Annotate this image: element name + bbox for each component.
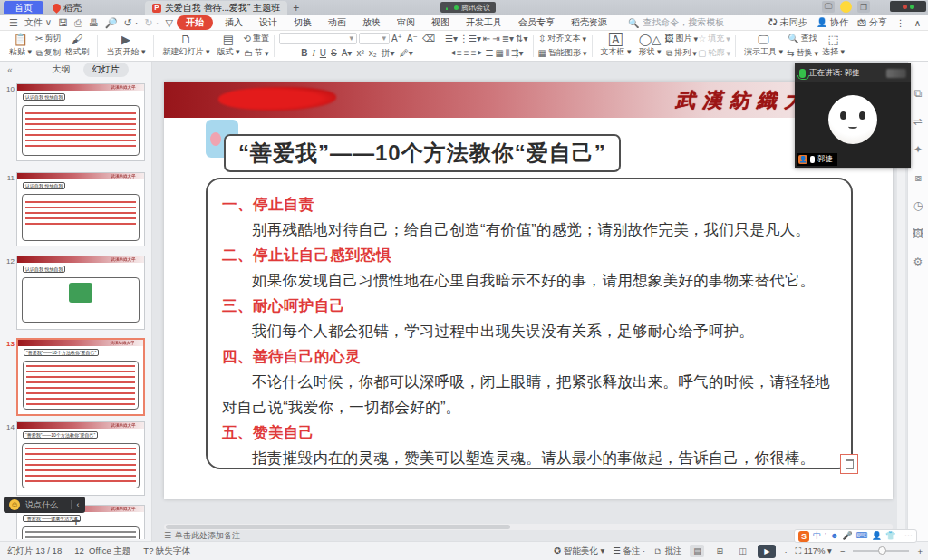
slide-thumbnail[interactable]: 武漢紡織大學 认识自我 悦纳自我 [16,172,145,246]
shapes-button[interactable]: ◯△形状 ▾ [635,33,665,60]
italic-button[interactable]: I [312,48,314,58]
meeting-status-pill[interactable]: 腾讯会议 [440,2,496,13]
font-size-select[interactable]: ▾ [359,33,390,44]
font-color-button[interactable]: A▾ [342,48,353,58]
theme-name[interactable]: 12_Office 主题 [74,546,130,557]
adjust-panel-icon[interactable]: ⇌ [914,115,923,128]
ime-skin-icon[interactable]: 👕 [885,530,895,542]
play-from-current-button[interactable]: ▶当页开始 ▾ [102,33,149,60]
menu-transition[interactable]: 切换 [285,16,320,29]
missing-font-warning[interactable]: T? 缺失字体 [143,546,190,557]
redo-icon[interactable]: ↻ · [144,17,159,29]
slide-thumbnail[interactable]: 武漢紡織大學 认识自我 悦纳自我 [16,83,145,161]
image-edit-panel-icon[interactable]: 🖼 [913,227,923,240]
file-menu[interactable]: 文件 ∨ [24,16,52,29]
ime-more-icon[interactable]: ⋯ [904,530,913,542]
slide-thumbnail-selected[interactable]: 武漢紡織大學 “善爱我”——10个方法教你“爱自己” [16,338,145,416]
find-button[interactable]: 🔍 查找 [788,33,817,44]
superscript-button[interactable]: x² [356,48,363,58]
menu-view[interactable]: 视图 [423,16,458,29]
settings-panel-icon[interactable]: ⚙ [914,256,923,268]
zoom-slider[interactable] [853,550,909,552]
normal-view-button[interactable]: ▤ [690,545,704,557]
slide-thumbnail[interactable]: 武漢紡織大學 “善爱我”——10个方法教你“爱自己” [16,421,145,496]
line-spacing-button[interactable]: ≣▾ [502,34,514,43]
format-painter-button[interactable]: 🖌格式刷 [61,33,92,60]
window-mode-icon[interactable]: ❐ [857,1,870,13]
account-avatar[interactable] [840,1,852,13]
preview-icon[interactable]: 🔎 [105,17,118,29]
sogou-logo-icon[interactable]: S [798,531,809,542]
menu-design[interactable]: 设计 [251,16,285,29]
cut-button[interactable]: ✂ 剪切 [35,33,61,44]
comments-button[interactable]: 🗅 批注 [653,546,682,557]
reset-button[interactable]: ⟲ 重置 [244,33,269,44]
ime-punct-icon[interactable]: ’ [825,530,826,542]
notes-bar[interactable]: ☰单击此处添加备注 [164,530,893,541]
sync-status[interactable]: 🗘 未同步 [768,16,807,29]
menu-devtools[interactable]: 开发工具 [458,16,510,29]
export-icon[interactable]: ⎙ [74,17,82,29]
meeting-chat-pill[interactable]: ☺ 说点什么... ‹ [4,497,85,513]
zoom-out-button[interactable]: − [840,546,846,556]
ime-account-icon[interactable]: 👤 [872,530,882,542]
select-button[interactable]: ⬚选择 ▾ [818,33,848,60]
tab-document[interactable]: P关爱自我 善待...爱我” 主题班 [145,1,287,15]
play-options-icon[interactable]: · [784,546,787,556]
align-left-button[interactable]: ⯇≡ [450,48,462,59]
copy-page-panel-icon[interactable]: ⧇ [914,171,922,184]
distribute-button[interactable]: ▦ [495,48,503,58]
slide-layout-button[interactable]: ▤版式 ▾ [213,33,243,60]
zoom-slider-knob[interactable] [878,546,886,555]
text-direction-button[interactable]: ⇶▾ [511,48,523,58]
horizontal-scrollbar[interactable] [164,524,893,530]
collab-button[interactable]: 👤 协作 [817,16,848,29]
section-button[interactable]: 🗀 节 ▾ [244,47,269,59]
add-slide-button[interactable]: + [0,512,152,530]
tab-docer[interactable]: 稻壳 [44,1,91,14]
menu-insert[interactable]: 插入 [217,16,251,29]
new-tab-button[interactable]: + [293,2,299,14]
tab-slides[interactable]: 幻灯片 [83,63,129,77]
replace-button[interactable]: ⇆ 替换 ▾ [787,47,818,59]
command-search[interactable]: 🔍查找命令，搜索模板 [628,16,724,29]
share-button[interactable]: 🖄 分享 [857,16,887,29]
hscroll-thumb[interactable] [166,525,510,529]
emoji-icon[interactable]: ☺ [9,499,20,510]
align-center-button[interactable]: ≡ [464,48,469,58]
number-list-button[interactable]: ⋮☰▾ [459,34,481,43]
ime-keyboard-icon[interactable]: ⌨ [856,530,868,542]
collapse-panel-button[interactable]: « [0,65,20,75]
align-text-button[interactable]: ⇳ 对齐文本 ▾ [538,33,586,44]
picture-button[interactable]: 🖼 图片 ▾ [665,33,699,44]
align-right-button[interactable]: ≡⯈ [471,48,484,59]
ime-toolbar[interactable]: S 中 ’ ☻ 🎤 ⌨ 👤 👕 ⋯ [794,529,917,543]
columns-button[interactable]: ⫴ [506,48,509,59]
slide-title[interactable]: “善爱我”——10个方法教你“爱自己” [224,134,621,172]
ime-voice-icon[interactable]: 🎤 [842,530,852,542]
slideshow-play-button[interactable]: ▶ [758,545,776,558]
style-panel-icon[interactable]: ⧉ [914,87,923,100]
menu-review[interactable]: 审阅 [389,16,423,29]
justify-button[interactable]: ☰ [485,48,493,58]
meeting-header-buttons[interactable] [886,69,906,78]
decrease-indent-button[interactable]: ⇤ [483,34,490,43]
beautify-button[interactable]: ✪ 智能美化 ▾ [554,546,604,557]
collapse-chat-icon[interactable]: ‹ [77,500,80,509]
menu-member[interactable]: 会员专享 [510,16,563,29]
font-name-select[interactable]: ▾ [279,33,357,44]
slide-canvas[interactable]: 武漢紡織大學 “善爱我”——10个方法教你“爱自己” 一、停止自责 别再残酷地对… [164,82,893,499]
increase-font-icon[interactable]: A⁺ [392,34,402,43]
bullet-list-button[interactable]: ☰▾ [445,34,458,43]
new-slide-button[interactable]: 🗋新建幻灯片 ▾ [159,33,213,60]
paste-button[interactable]: 📋粘贴 ▾ [5,33,35,60]
reading-view-button[interactable]: ◫ [735,545,749,557]
copy-button[interactable]: ⧉ 复制 [36,47,61,59]
save-icon[interactable]: 🖫 [58,17,68,28]
increase-indent-button[interactable]: ⇥ [492,34,499,43]
menu-docer-res[interactable]: 稻壳资源 [563,16,615,29]
clear-format-icon[interactable]: ⌫ [422,34,435,43]
underline-button[interactable]: U [320,48,326,58]
highlight-button[interactable]: 🖉▾ [400,48,413,58]
bold-button[interactable]: B [301,48,307,58]
